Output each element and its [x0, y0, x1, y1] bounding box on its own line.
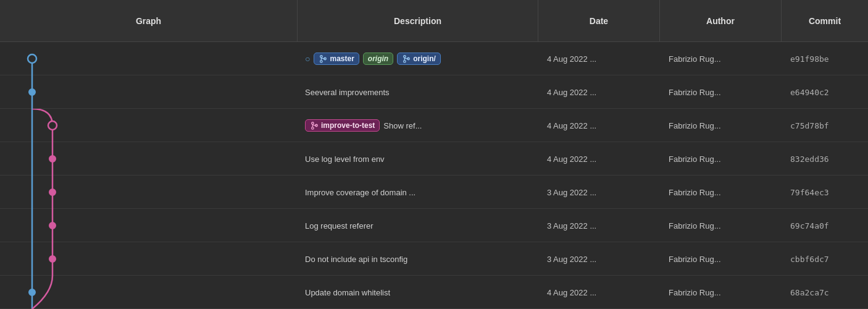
table-row[interactable]: Seeveral improvements 4 Aug 2022 ... Fab… [0, 75, 868, 109]
author-cell-6: Fabrizio Rug... [660, 255, 782, 264]
author-cell-7: Fabrizio Rug... [660, 288, 782, 297]
date-cell-0: 4 Aug 2022 ... [538, 54, 660, 64]
origin-badge: origin [363, 53, 393, 65]
svg-point-11 [29, 89, 35, 95]
table-row[interactable]: Do not include api in tsconfig 3 Aug 202… [0, 242, 868, 276]
svg-point-7 [404, 61, 406, 63]
svg-point-32 [29, 289, 35, 295]
author-cell-4: Fabrizio Rug... [660, 188, 782, 197]
branch-icon [319, 54, 327, 63]
svg-point-2 [320, 56, 323, 58]
graph-column-header: Graph [0, 0, 298, 41]
svg-point-24 [49, 189, 56, 195]
commit-cell-5: 69c74a0f [782, 221, 868, 231]
date-cell-7: 4 Aug 2022 ... [538, 288, 660, 297]
commit-cell-7: 68a2ca7c [782, 288, 868, 297]
author-cell-3: Fabrizio Rug... [660, 154, 782, 164]
author-cell-5: Fabrizio Rug... [660, 221, 782, 231]
svg-point-14 [48, 121, 57, 130]
svg-point-30 [49, 256, 56, 262]
date-cell-1: 4 Aug 2022 ... [538, 88, 660, 97]
desc-cell-5: Log request referer [298, 221, 538, 231]
commit-cell-4: 79f64ec3 [782, 188, 868, 197]
svg-point-21 [49, 156, 56, 162]
graph-cell-5 [0, 209, 298, 242]
origin-branch-badge: origin/ [397, 53, 441, 65]
date-cell-6: 3 Aug 2022 ... [538, 255, 660, 264]
graph-cell-3 [0, 142, 298, 176]
author-column-header: Author [660, 0, 782, 41]
date-cell-2: 4 Aug 2022 ... [538, 121, 660, 130]
dot-indicator: ○ [305, 54, 310, 64]
commit-cell-2: c75d78bf [782, 121, 868, 130]
commit-cell-1: e64940c2 [782, 88, 868, 97]
branch-icon-2 [402, 54, 411, 63]
author-cell-1: Fabrizio Rug... [660, 88, 782, 97]
description-column-header: Description [298, 0, 538, 41]
svg-point-6 [404, 56, 406, 58]
table-row[interactable]: Update domain whitelist 4 Aug 2022 ... F… [0, 276, 868, 309]
table-row[interactable]: Use log level from env 4 Aug 2022 ... Fa… [0, 142, 868, 176]
desc-cell-2: improve-to-test Show ref... [298, 119, 538, 132]
desc-cell-3: Use log level from env [298, 154, 538, 164]
desc-cell-4: Improve coverage of domain ... [298, 188, 538, 197]
graph-cell-2 [0, 109, 298, 142]
table-row[interactable]: Improve coverage of domain ... 3 Aug 202… [0, 176, 868, 209]
desc-cell-0: ○ master origin [298, 53, 538, 65]
table-header: Graph Description Date Author Commit [0, 0, 868, 42]
graph-cell-4 [0, 176, 298, 209]
desc-cell-7: Update domain whitelist [298, 288, 538, 297]
svg-point-15 [312, 122, 314, 125]
branch-icon-pink [310, 121, 319, 130]
graph-cell-7 [0, 276, 298, 309]
desc-cell-6: Do not include api in tsconfig [298, 255, 538, 264]
commit-column-header: Commit [782, 0, 868, 41]
table-body: ○ master origin [0, 42, 868, 309]
svg-point-3 [320, 61, 323, 63]
svg-point-1 [28, 54, 36, 63]
git-log-table: Graph Description Date Author Commit [0, 0, 868, 309]
graph-cell-1 [0, 75, 298, 109]
commit-cell-3: 832edd36 [782, 154, 868, 164]
table-row[interactable]: improve-to-test Show ref... 4 Aug 2022 .… [0, 109, 868, 142]
master-badge: master [314, 53, 359, 65]
graph-cell-6 [0, 242, 298, 276]
date-column-header: Date [538, 0, 660, 41]
improve-to-test-badge: improve-to-test [305, 119, 380, 132]
date-cell-4: 3 Aug 2022 ... [538, 188, 660, 197]
commit-cell-6: cbbf6dc7 [782, 255, 868, 264]
author-cell-2: Fabrizio Rug... [660, 121, 782, 130]
svg-point-16 [312, 127, 314, 130]
date-cell-5: 3 Aug 2022 ... [538, 221, 660, 231]
date-cell-3: 4 Aug 2022 ... [538, 154, 660, 164]
graph-cell-0 [0, 42, 298, 75]
table-row[interactable]: ○ master origin [0, 42, 868, 75]
author-cell-0: Fabrizio Rug... [660, 54, 782, 64]
table-row[interactable]: Log request referer 3 Aug 2022 ... Fabri… [0, 209, 868, 242]
commit-cell-0: e91f98be [782, 54, 868, 64]
svg-point-27 [49, 222, 56, 229]
desc-cell-1: Seeveral improvements [298, 88, 538, 97]
